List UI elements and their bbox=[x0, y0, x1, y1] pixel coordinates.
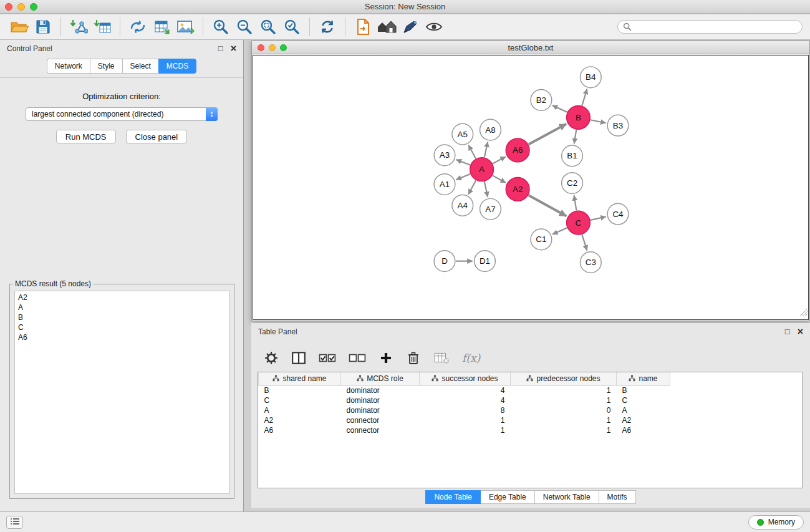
mcds-result-title: MCDS result (5 nodes) bbox=[13, 279, 93, 288]
table-row[interactable]: Cdominator41C bbox=[259, 395, 803, 405]
graph-edge-A-A3[interactable] bbox=[456, 160, 470, 165]
show-columns-icon[interactable] bbox=[291, 350, 306, 366]
tab-select[interactable]: Select bbox=[122, 59, 158, 74]
float-table-panel-icon[interactable]: □ bbox=[785, 327, 790, 336]
delete-table-icon[interactable] bbox=[433, 350, 450, 366]
graph-edge-A-A1[interactable] bbox=[456, 174, 470, 180]
zoom-out-icon[interactable] bbox=[233, 16, 256, 37]
mcds-result-item[interactable]: A bbox=[18, 302, 226, 312]
graph-edge-B-B3[interactable] bbox=[591, 120, 606, 123]
graph-edge-A-A7[interactable] bbox=[485, 181, 488, 197]
memory-status-icon bbox=[757, 519, 764, 526]
table-options-icon[interactable] bbox=[264, 350, 279, 366]
graph-edge-C-C1[interactable] bbox=[552, 228, 567, 235]
tab-edge-table[interactable]: Edge Table bbox=[481, 490, 535, 504]
open-session-icon[interactable] bbox=[7, 16, 31, 37]
graph-edge-C-C2[interactable] bbox=[574, 195, 577, 210]
graph-edge-A6-B[interactable] bbox=[529, 124, 567, 145]
mcds-result-item[interactable]: A2 bbox=[18, 293, 226, 302]
table-toolbar: f(x) bbox=[251, 340, 810, 370]
graph-edge-A-A4[interactable] bbox=[468, 180, 476, 195]
zoom-selected-icon[interactable] bbox=[280, 16, 304, 37]
refresh-icon[interactable] bbox=[316, 16, 339, 37]
zoom-in-icon[interactable] bbox=[209, 16, 233, 37]
graph-node-label: B2 bbox=[536, 95, 546, 105]
graph-node-label: C1 bbox=[536, 235, 546, 244]
graph-edge-B-B1[interactable] bbox=[574, 130, 577, 143]
zoom-fit-icon[interactable] bbox=[256, 16, 280, 37]
tab-network-table[interactable]: Network Table bbox=[535, 490, 599, 504]
graph-edge-A-A8[interactable] bbox=[485, 142, 488, 158]
show-hide-icon[interactable] bbox=[422, 16, 446, 37]
table-row[interactable]: A2connector11A2 bbox=[259, 415, 803, 425]
search-icon bbox=[623, 22, 632, 34]
new-table-icon[interactable] bbox=[150, 16, 173, 37]
tab-network[interactable]: Network bbox=[47, 59, 90, 74]
graph-node-label: C2 bbox=[567, 178, 577, 188]
column-header-predecessor-nodes[interactable]: predecessor nodes bbox=[511, 372, 617, 385]
close-table-panel-icon[interactable]: × bbox=[798, 327, 803, 336]
export-image-icon[interactable] bbox=[173, 16, 197, 37]
task-history-button[interactable] bbox=[6, 516, 23, 529]
graph-node-label: A3 bbox=[440, 150, 450, 160]
import-table-icon[interactable] bbox=[90, 16, 114, 37]
import-network-icon[interactable] bbox=[67, 16, 90, 37]
column-header-successor-nodes[interactable]: successor nodes bbox=[420, 372, 511, 385]
window-titlebar: Session: New Session bbox=[0, 0, 810, 14]
new-column-icon[interactable] bbox=[378, 350, 393, 366]
deselect-all-icon[interactable] bbox=[349, 350, 366, 366]
delete-columns-icon[interactable] bbox=[406, 350, 421, 366]
select-all-icon[interactable] bbox=[319, 350, 336, 366]
optimization-criterion-label: Optimization criterion: bbox=[0, 92, 243, 101]
graph-edge-C-C4[interactable] bbox=[591, 216, 606, 220]
close-panel-button[interactable]: Close panel bbox=[126, 130, 188, 143]
table-panel-title: Table Panel bbox=[258, 327, 297, 336]
task-list-icon bbox=[10, 516, 20, 528]
table-row[interactable]: Adominator80A bbox=[259, 405, 803, 415]
optimization-criterion-select[interactable]: largest connected component (directed) ▲… bbox=[26, 107, 218, 121]
graph-node-label: C4 bbox=[612, 210, 624, 219]
node-table-head: shared nameMCDS rolesuccessor nodesprede… bbox=[259, 372, 803, 385]
mcds-result-item[interactable]: B bbox=[18, 312, 226, 322]
graph-node-label: B1 bbox=[567, 151, 577, 160]
mcds-result-item[interactable]: A6 bbox=[18, 332, 226, 342]
tab-motifs[interactable]: Motifs bbox=[599, 490, 636, 504]
graph-node-label: D1 bbox=[480, 256, 490, 266]
toolbar-separator bbox=[345, 17, 345, 36]
graph-node-label: C3 bbox=[586, 258, 596, 267]
graph-node-label: B4 bbox=[586, 72, 596, 82]
mcds-result-item[interactable]: C bbox=[18, 322, 226, 332]
column-header-shared-name[interactable]: shared name bbox=[259, 372, 341, 385]
tab-style[interactable]: Style bbox=[90, 59, 122, 74]
graph-node-label: A2 bbox=[513, 185, 523, 194]
open-file-icon[interactable] bbox=[351, 16, 375, 37]
run-mcds-button[interactable]: Run MCDS bbox=[56, 130, 116, 143]
memory-button[interactable]: Memory bbox=[748, 515, 804, 530]
graph-node-label: B3 bbox=[613, 121, 623, 130]
search-input[interactable] bbox=[617, 20, 803, 34]
save-session-icon[interactable] bbox=[31, 16, 55, 37]
graph-edge-A-A6[interactable] bbox=[493, 157, 506, 163]
graph-edge-B-B4[interactable] bbox=[582, 89, 587, 106]
style-tool-icon[interactable] bbox=[398, 16, 422, 37]
graph-edge-B-B2[interactable] bbox=[552, 105, 567, 112]
float-panel-icon[interactable]: □ bbox=[218, 44, 223, 52]
table-row[interactable]: A6connector11A6 bbox=[259, 425, 803, 435]
column-header-name[interactable]: name bbox=[617, 372, 670, 385]
home-icon[interactable] bbox=[375, 16, 398, 37]
table-row[interactable]: Bdominator41B bbox=[259, 385, 803, 395]
close-panel-icon[interactable]: × bbox=[231, 44, 236, 52]
function-builder-icon[interactable]: f(x) bbox=[462, 350, 480, 366]
graph-edge-A-A5[interactable] bbox=[468, 145, 476, 159]
graph-edge-A-A2[interactable] bbox=[493, 175, 506, 183]
graph-edge-C-C3[interactable] bbox=[582, 235, 587, 251]
new-network-icon[interactable] bbox=[126, 16, 150, 37]
network-canvas[interactable]: B4B2BB3A5A8A6B1A3AC2A1A2A4A7CC1C4C3DD1 bbox=[253, 55, 809, 320]
tab-mcds[interactable]: MCDS bbox=[158, 59, 196, 74]
column-header-MCDS-role[interactable]: MCDS role bbox=[341, 372, 420, 385]
graph-edge-A2-C[interactable] bbox=[529, 195, 567, 216]
main-toolbar-icons bbox=[7, 16, 446, 37]
resize-grip-icon[interactable] bbox=[800, 308, 808, 319]
control-panel-tabs: NetworkStyleSelectMCDS bbox=[0, 57, 243, 78]
tab-node-table[interactable]: Node Table bbox=[425, 490, 481, 504]
